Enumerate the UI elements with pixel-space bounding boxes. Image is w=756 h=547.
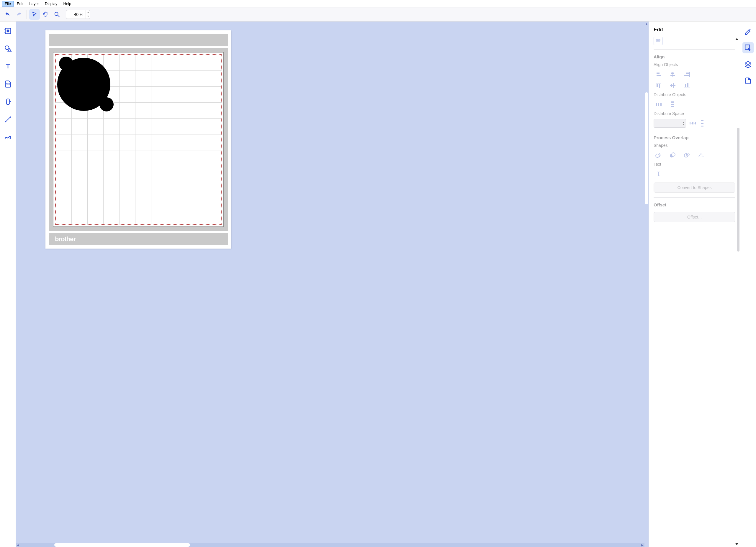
svg-rect-36 [671,106,674,107]
distribute-h-icon[interactable] [654,100,664,109]
scroll-left-arrow-icon[interactable]: ◀ [16,543,20,547]
zoom-spinner: ▲ ▼ [86,10,90,19]
align-right-icon[interactable] [682,70,692,79]
subtract-icon[interactable] [668,151,678,160]
freehand-tool[interactable] [3,132,13,143]
mat-body [49,48,228,231]
svg-point-0 [55,12,58,15]
svg-rect-43 [701,123,703,124]
panel-expand-down-icon[interactable] [735,543,738,545]
canvas-scroll-thumb-horizontal[interactable] [54,543,190,547]
svg-rect-32 [658,103,659,106]
svg-rect-29 [685,84,686,87]
align-left-icon[interactable] [654,70,664,79]
canvas-shape-blob[interactable] [56,55,115,114]
undo-button[interactable] [2,9,13,20]
menu-display[interactable]: Display [42,1,60,6]
edit-group-icon[interactable] [654,37,662,45]
distribute-space-h-icon[interactable] [689,121,697,126]
layers-tab[interactable] [742,59,754,70]
edit-tab[interactable] [742,42,754,53]
panel-scrollbar[interactable] [737,128,739,252]
zoom-tool-button[interactable] [52,9,62,20]
align-center-v-icon[interactable] [668,81,678,90]
svg-rect-31 [656,103,657,106]
convert-to-shapes-button[interactable]: Convert to Shapes [654,183,735,193]
shapes-tool[interactable] [3,43,13,54]
canvas-scroll-thumb-vertical[interactable] [645,92,648,204]
svg-point-3 [6,30,9,32]
scroll-up-arrow-icon[interactable]: ▲ [644,22,649,26]
svg-rect-35 [671,104,674,105]
zoom-input[interactable] [66,12,78,17]
svg-rect-18 [670,75,675,76]
svg-rect-26 [671,84,672,87]
svg-rect-34 [671,102,674,103]
menu-help[interactable]: Help [60,1,74,6]
svg-rect-39 [695,122,696,125]
pan-tool-button[interactable] [40,9,51,20]
svg-import-tool[interactable]: SVG [3,79,13,89]
svg-point-9 [10,117,11,118]
weld-icon[interactable] [654,151,664,160]
panel-divider-3 [654,197,735,198]
text-label: Text [654,162,735,167]
menu-edit[interactable]: Edit [14,1,26,6]
line-tool[interactable] [3,114,13,125]
auto-shape-tool[interactable] [3,96,13,107]
align-top-icon[interactable] [654,81,664,90]
trace-tool[interactable] [3,26,13,36]
mat-cutting-area[interactable] [53,52,224,227]
main-area: SVG [0,22,756,547]
svg-rect-15 [657,75,661,76]
text-to-path-icon[interactable] [654,170,664,179]
svg-rect-38 [692,122,693,125]
svg-text:SVG: SVG [6,83,10,85]
svg-point-8 [5,121,6,122]
canvas-scrollbar-horizontal[interactable]: ◀ ▶ [16,543,644,547]
distribute-space-label: Distribute Space [654,111,735,116]
intersect-icon[interactable] [682,151,692,160]
mat-brand-label: brother [55,235,76,243]
svg-rect-33 [660,103,662,106]
offset-title: Offset [654,202,735,207]
mat-header [49,34,228,46]
top-toolbar: % ▲ ▼ [0,7,756,22]
panel-collapse-up-icon[interactable] [735,38,738,40]
document-tab[interactable] [742,75,754,86]
select-tool-button[interactable] [29,9,40,20]
svg-point-6 [9,101,11,102]
zoom-down-button[interactable]: ▼ [86,14,90,19]
align-bottom-icon[interactable] [682,81,692,90]
svg-rect-27 [673,83,674,88]
svg-point-45 [656,154,659,158]
canvas-area[interactable]: brother ▲ ◀ ▶ [16,22,649,547]
svg-point-4 [5,46,9,50]
menu-bar: File Edit Layer Display Help [0,0,756,7]
shapes-label: Shapes [654,143,735,148]
divide-icon[interactable] [696,151,706,160]
distribute-space-dropdown[interactable]: ▲▼ [654,119,686,128]
distribute-objects-label: Distribute Objects [654,92,735,97]
distribute-space-v-icon[interactable] [700,119,705,127]
text-tool[interactable] [3,61,13,72]
svg-rect-42 [701,120,703,121]
align-center-h-icon[interactable] [668,70,678,79]
zoom-up-button[interactable]: ▲ [86,10,90,14]
panel-title: Edit [654,27,735,33]
offset-button[interactable]: Offset... [654,212,735,222]
panel-divider [654,49,735,50]
canvas-scrollbar-vertical[interactable]: ▲ [644,22,649,543]
menu-file[interactable]: File [2,1,14,6]
svg-rect-24 [659,84,660,88]
svg-rect-37 [690,122,690,125]
distribute-v-icon[interactable] [668,100,678,109]
menu-layer[interactable]: Layer [26,1,42,6]
svg-rect-14 [657,73,660,74]
redo-button[interactable] [14,9,24,20]
mat-footer: brother [49,233,228,245]
styles-tab[interactable] [742,26,754,37]
scroll-right-arrow-icon[interactable]: ▶ [640,543,644,547]
svg-line-1 [58,15,60,17]
svg-point-11 [59,57,73,71]
